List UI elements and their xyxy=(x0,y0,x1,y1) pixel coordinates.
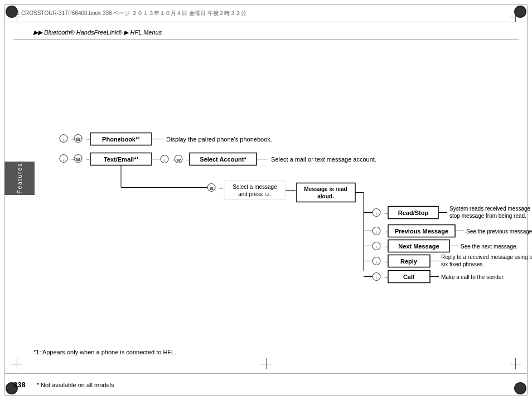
features-tab: Features xyxy=(4,162,35,195)
svg-text:and press ☺.: and press ☺. xyxy=(238,191,272,197)
svg-text:System reads received message : System reads received message aloud, or xyxy=(449,206,532,212)
svg-text:Reply to a received message us: Reply to a received message using one of xyxy=(441,254,532,260)
svg-text:Select a mail or text message : Select a mail or text message account. xyxy=(271,156,376,163)
svg-text:Call: Call xyxy=(403,274,414,280)
svg-text:Read/Stop: Read/Stop xyxy=(398,209,429,216)
svg-text:See the previous message.: See the previous message. xyxy=(466,228,532,235)
svg-text:six fixed phrases.: six fixed phrases. xyxy=(441,261,484,267)
breadcrumb-item2: HFL Menus xyxy=(130,29,162,36)
header-bar: 11 CROSSTOUR-31TP66400.book 338 ページ ２０１３… xyxy=(4,4,528,22)
svg-text:Make a call to the sender.: Make a call to the sender. xyxy=(441,274,505,280)
svg-text:♪: ♪ xyxy=(375,260,378,264)
svg-text:Previous Message: Previous Message xyxy=(395,228,448,235)
svg-text:☎: ☎ xyxy=(75,137,81,142)
diagram-area: ♪ → ☎ → Phonebook*¹ Display the paired p… xyxy=(35,47,497,339)
svg-text:See the next message.: See the next message. xyxy=(461,243,518,250)
svg-text:♪: ♪ xyxy=(62,137,65,142)
svg-text:Phonebook*¹: Phonebook*¹ xyxy=(102,136,140,143)
svg-text:☎: ☎ xyxy=(176,158,181,162)
svg-text:Select a message: Select a message xyxy=(233,184,277,190)
svg-text:Select Account*: Select Account* xyxy=(200,156,246,163)
svg-text:♪: ♪ xyxy=(163,158,166,162)
breadcrumb: ▶▶ Bluetooth® HandsFreeLink® ▶ HFL Menus xyxy=(33,29,162,36)
circle-tl xyxy=(6,6,18,18)
svg-text:Display the paired phone's pho: Display the paired phone's phonebook. xyxy=(166,136,272,143)
circle-tr xyxy=(514,6,526,18)
flow-diagram: ♪ → ☎ → Phonebook*¹ Display the paired p… xyxy=(35,47,497,339)
svg-text:stop message from being read.: stop message from being read. xyxy=(449,213,526,219)
svg-text:♪: ♪ xyxy=(375,276,378,280)
page-number: 338 xyxy=(13,381,26,389)
svg-text:Message is read: Message is read xyxy=(304,186,347,192)
breadcrumb-divider xyxy=(13,39,519,40)
crosshair-bl xyxy=(11,358,22,369)
crosshair-bc xyxy=(260,358,272,369)
svg-text:Next Message: Next Message xyxy=(398,243,439,250)
footnote: *1: Appears only when a phone is connect… xyxy=(33,349,176,355)
breadcrumb-arrow1: ▶▶ xyxy=(33,29,42,36)
svg-text:Text/Email*¹: Text/Email*¹ xyxy=(104,156,138,163)
svg-text:♪: ♪ xyxy=(375,212,378,216)
features-label: Features xyxy=(17,163,23,193)
crosshair-br xyxy=(510,358,521,369)
page-bar: 338 * Not available on all models xyxy=(4,373,528,396)
svg-text:→: → xyxy=(85,136,90,142)
svg-text:☎: ☎ xyxy=(209,187,214,191)
file-info: 11 CROSSTOUR-31TP66400.book 338 ページ ２０１３… xyxy=(13,9,246,17)
svg-text:♪: ♪ xyxy=(375,230,378,234)
breadcrumb-item1: Bluetooth® HandsFreeLink® xyxy=(44,29,122,36)
svg-text:☎: ☎ xyxy=(75,157,81,162)
svg-text:→: → xyxy=(85,156,90,162)
svg-text:♪: ♪ xyxy=(375,245,378,249)
page-note: * Not available on all models xyxy=(37,382,114,388)
svg-text:→: → xyxy=(218,185,224,191)
footnote-text: *1: Appears only when a phone is connect… xyxy=(33,349,176,355)
svg-text:aloud.: aloud. xyxy=(317,193,334,199)
svg-text:Reply: Reply xyxy=(400,258,418,265)
svg-text:♪: ♪ xyxy=(62,157,65,162)
breadcrumb-arrow2: ▶ xyxy=(124,29,128,36)
